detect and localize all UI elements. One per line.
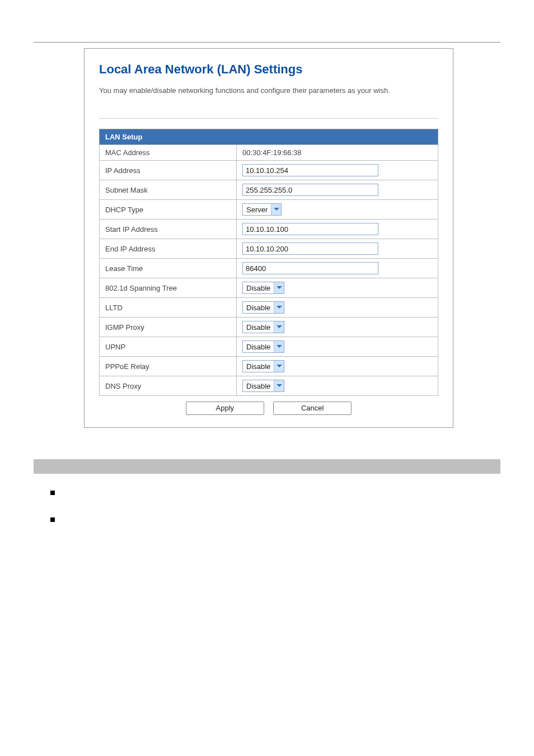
dns-proxy-select[interactable]: Disable: [242, 380, 284, 392]
row-ip-address: IP Address: [100, 161, 438, 180]
row-start-ip: Start IP Address: [100, 220, 438, 239]
lan-settings-panel: Local Area Network (LAN) Settings You ma…: [84, 48, 453, 428]
end-ip-input[interactable]: [242, 242, 378, 255]
row-lease-time: Lease Time: [100, 259, 438, 278]
label-end-ip: End IP Address: [100, 239, 237, 259]
label-lltd: LLTD: [100, 298, 237, 318]
row-mac-address: MAC Address 00:30:4F:19:66:38: [100, 145, 438, 161]
bullet-icon: [50, 491, 55, 495]
chevron-down-icon: [274, 302, 284, 313]
dhcp-type-select[interactable]: Server: [242, 203, 282, 216]
section-header: LAN Setup: [100, 129, 438, 145]
row-igmp-proxy: IGMP Proxy Disable: [100, 318, 438, 337]
label-start-ip: Start IP Address: [100, 220, 237, 239]
upnp-select[interactable]: Disable: [242, 340, 284, 353]
upnp-value: Disable: [243, 341, 274, 352]
row-spanning-tree: 802.1d Spanning Tree Disable: [100, 278, 438, 298]
label-lease-time: Lease Time: [100, 259, 237, 278]
igmp-proxy-select[interactable]: Disable: [242, 321, 284, 333]
top-divider: [34, 42, 500, 43]
row-subnet-mask: Subnet Mask: [100, 180, 438, 200]
igmp-proxy-value: Disable: [243, 321, 274, 333]
label-subnet-mask: Subnet Mask: [100, 180, 237, 200]
value-mac-address: 00:30:4F:19:66:38: [237, 145, 438, 161]
label-ip-address: IP Address: [100, 161, 237, 180]
label-dhcp-type: DHCP Type: [100, 200, 237, 220]
chevron-down-icon: [274, 282, 284, 293]
chevron-down-icon: [274, 361, 284, 372]
label-upnp: UPNP: [100, 337, 237, 357]
label-igmp-proxy: IGMP Proxy: [100, 318, 237, 337]
row-dns-proxy: DNS Proxy Disable: [100, 376, 438, 396]
start-ip-input[interactable]: [242, 223, 378, 235]
chevron-down-icon: [274, 341, 284, 352]
button-row: Apply Cancel: [99, 396, 438, 415]
row-pppoe-relay: PPPoE Relay Disable: [100, 357, 438, 376]
lltd-select[interactable]: Disable: [242, 301, 284, 314]
pppoe-relay-value: Disable: [243, 361, 274, 372]
subnet-mask-input[interactable]: [242, 184, 378, 196]
row-end-ip: End IP Address: [100, 239, 438, 259]
row-dhcp-type: DHCP Type Server: [100, 200, 438, 220]
chevron-down-icon: [274, 321, 284, 333]
bullet-icon: [50, 517, 55, 522]
chevron-down-icon: [271, 204, 281, 215]
page-description: You may enable/disable networking functi…: [99, 86, 438, 96]
apply-button[interactable]: Apply: [186, 402, 264, 415]
spanning-tree-value: Disable: [243, 282, 274, 293]
label-pppoe-relay: PPPoE Relay: [100, 357, 237, 376]
label-dns-proxy: DNS Proxy: [100, 376, 237, 396]
label-spanning-tree: 802.1d Spanning Tree: [100, 278, 237, 298]
cancel-button[interactable]: Cancel: [273, 402, 352, 415]
dhcp-type-value: Server: [243, 204, 271, 215]
row-upnp: UPNP Disable: [100, 337, 438, 357]
chevron-down-icon: [274, 380, 284, 391]
lan-setup-table: LAN Setup MAC Address 00:30:4F:19:66:38 …: [99, 129, 438, 396]
page-title: Local Area Network (LAN) Settings: [99, 62, 438, 77]
section-divider: [99, 118, 438, 119]
spanning-tree-select[interactable]: Disable: [242, 282, 284, 294]
ip-address-input[interactable]: [242, 164, 378, 176]
dns-proxy-value: Disable: [243, 380, 274, 391]
lease-time-input[interactable]: [242, 262, 378, 274]
lltd-value: Disable: [243, 302, 274, 313]
bullet-list: [50, 491, 500, 522]
label-mac-address: MAC Address: [100, 145, 237, 161]
pppoe-relay-select[interactable]: Disable: [242, 360, 284, 372]
gray-bar: [34, 459, 500, 474]
row-lltd: LLTD Disable: [100, 298, 438, 318]
